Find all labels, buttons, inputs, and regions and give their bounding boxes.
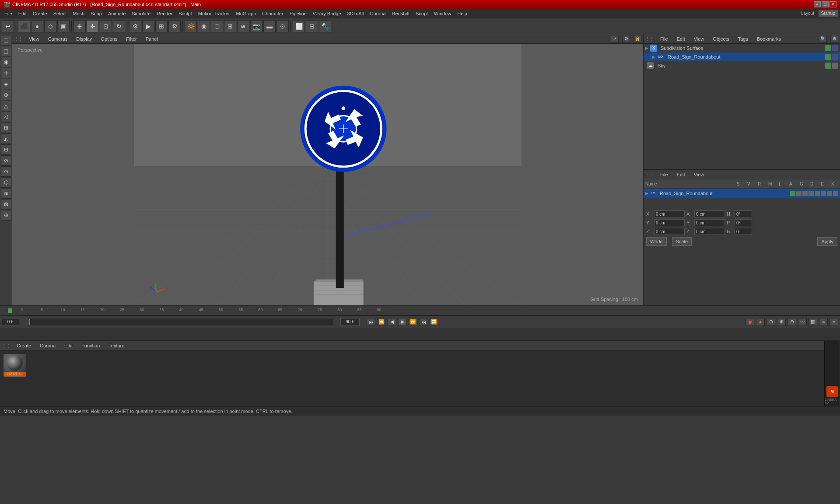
coord-b-val[interactable] [735, 228, 752, 235]
menu-vray-bridge[interactable]: V-Ray Bridge [310, 10, 344, 17]
mat-tab-edit[interactable]: Edit [62, 342, 75, 349]
del-key-button[interactable]: ⊖ [788, 318, 796, 326]
menu-snap[interactable]: Snap [88, 10, 105, 17]
display-mode-button[interactable]: ⬜ [293, 20, 305, 32]
om-dot-1[interactable] [825, 45, 831, 51]
am-dot-4[interactable] [808, 191, 814, 196]
boole-button[interactable]: ⬡ [211, 20, 223, 32]
curve-button[interactable]: ≈ [819, 318, 828, 326]
left-tool-2[interactable]: ◫ [1, 46, 11, 56]
left-tool-14[interactable]: ⬡ [1, 177, 11, 188]
am-menu-edit[interactable]: Edit [674, 171, 688, 178]
model-mode-button[interactable]: ⬛ [18, 20, 30, 32]
coord-y-pos[interactable] [654, 219, 685, 226]
menu-help[interactable]: Help [455, 10, 470, 17]
coord-h-val[interactable] [735, 210, 752, 217]
maximize-button[interactable]: □ [822, 1, 829, 7]
left-tool-5[interactable]: ◈ [1, 79, 11, 89]
play-button[interactable]: ▶ [398, 318, 407, 326]
end-frame-input[interactable] [340, 318, 360, 326]
am-dot-6[interactable] [821, 191, 826, 196]
left-tool-1[interactable]: ⬚ [1, 35, 11, 46]
menu-3dtoall[interactable]: 3DToAll [345, 10, 367, 17]
om-dot-sky-1[interactable] [825, 63, 831, 69]
om-menu-tags[interactable]: Tags [735, 35, 751, 42]
menu-redshift[interactable]: Redshift [389, 10, 412, 17]
menu-motion-tracker[interactable]: Motion Tracker [196, 10, 233, 17]
viewport-menu-filter[interactable]: Filter [123, 35, 139, 42]
menu-character[interactable]: Character [259, 10, 286, 17]
om-settings-button[interactable]: ⚙ [830, 35, 838, 43]
viewport-menu-cameras[interactable]: Cameras [46, 35, 70, 42]
coord-x-pos[interactable] [654, 210, 685, 217]
timeline-ruler[interactable]: 0 5 10 15 20 25 30 35 40 45 50 55 60 65 … [0, 306, 840, 315]
menu-pipeline[interactable]: Pipeline [287, 10, 309, 17]
auto-key-button[interactable]: ● [756, 318, 765, 326]
om-dot-rs-2[interactable] [832, 54, 838, 60]
backdrop-button[interactable]: ⊟ [306, 20, 318, 32]
prev-frame-button[interactable]: ⏪ [377, 318, 386, 326]
scale-button-coord[interactable]: Scale [672, 237, 692, 246]
am-dot-7[interactable] [827, 191, 832, 196]
left-tool-12[interactable]: ⊘ [1, 155, 11, 166]
left-tool-6[interactable]: ⊕ [1, 90, 11, 100]
title-bar-controls[interactable]: − □ ✕ [814, 1, 836, 7]
render-settings-button[interactable]: ⚙ [168, 20, 181, 32]
set-key-button[interactable]: ⊕ [777, 318, 786, 326]
play-reverse-button[interactable]: ◀ [388, 318, 396, 326]
am-selected-object[interactable]: ▶ LO Road_Sign_Roundabout [644, 189, 840, 198]
menu-render[interactable]: Render [154, 10, 175, 17]
coord-z-pos[interactable] [654, 228, 685, 235]
viewport-menu-view[interactable]: View [26, 35, 42, 42]
menu-window[interactable]: Window [431, 10, 454, 17]
scale-button[interactable]: ⊡ [100, 20, 112, 32]
left-tool-10[interactable]: ◭ [1, 133, 11, 144]
om-row-subdivision[interactable]: ▶ S Subdivision Surface [644, 44, 840, 52]
deformer-button[interactable]: ≋ [237, 20, 249, 32]
left-tool-8[interactable]: ◁ [1, 112, 11, 122]
mat-tab-function[interactable]: Function [79, 342, 102, 349]
am-menu-view[interactable]: View [691, 171, 707, 178]
left-tool-4[interactable]: ✛ [1, 68, 11, 78]
coord-x-rot[interactable] [694, 210, 725, 217]
am-dot-2[interactable] [796, 191, 802, 196]
viewport-menu-display[interactable]: Display [74, 35, 94, 42]
keyframe-button[interactable]: ⊙ [766, 318, 775, 326]
goto-end-button[interactable]: ⏭ [419, 318, 428, 326]
mat-tab-corona[interactable]: Corona [37, 342, 58, 349]
move-button[interactable]: ✛ [87, 20, 99, 32]
next-frame-button[interactable]: ⏩ [409, 318, 417, 326]
loop-button[interactable]: 🔁 [430, 318, 438, 326]
camera-button[interactable]: 📷 [250, 20, 262, 32]
left-tool-15[interactable]: ≋ [1, 188, 11, 199]
viewport-menu-options[interactable]: Options [98, 35, 120, 42]
om-menu-file[interactable]: File [658, 35, 671, 42]
om-row-sky[interactable]: ☁ Sky [644, 61, 840, 70]
dope-sheet-button[interactable]: ≡ [830, 318, 838, 326]
coord-p-val[interactable] [735, 219, 752, 226]
render-button[interactable]: ▶ [142, 20, 154, 32]
texture-button[interactable]: ◉ [198, 20, 210, 32]
left-tool-11[interactable]: ⊟ [1, 144, 11, 155]
left-tool-3[interactable]: ◉ [1, 57, 11, 67]
left-tool-17[interactable]: ⊛ [1, 210, 11, 220]
left-tool-13[interactable]: ⊙ [1, 166, 11, 177]
timeline-button[interactable]: ▦ [808, 318, 817, 326]
points-mode-button[interactable]: ● [31, 20, 43, 32]
viewport-settings-button[interactable]: ⚙ [622, 35, 630, 43]
viewport-expand-button[interactable]: ↗ [611, 35, 619, 43]
world-button[interactable]: World [646, 237, 667, 246]
om-menu-objects[interactable]: Objects [710, 35, 732, 42]
material-thumb[interactable]: Road_Si [4, 354, 26, 377]
menu-mograph[interactable]: MoGraph [233, 10, 259, 17]
menu-edit[interactable]: Edit [16, 10, 29, 17]
minimize-button[interactable]: − [814, 1, 821, 7]
select-button[interactable]: ⊕ [74, 20, 86, 32]
viewport-menu-panel[interactable]: Panel [143, 35, 161, 42]
menu-mesh[interactable]: Mesh [70, 10, 87, 17]
menu-corona[interactable]: Corona [368, 10, 388, 17]
current-frame-input[interactable] [2, 318, 19, 326]
close-button[interactable]: ✕ [830, 1, 836, 7]
layout-selector[interactable]: Startup [818, 10, 838, 17]
timeline-track[interactable] [29, 318, 333, 326]
